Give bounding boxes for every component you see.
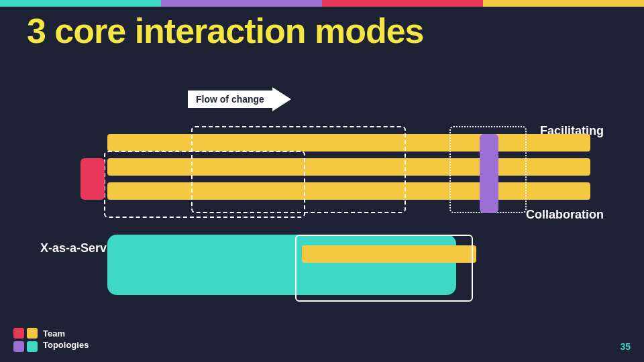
svg-rect-1 bbox=[27, 328, 38, 339]
top-color-bar bbox=[0, 0, 644, 7]
top-bar-teal bbox=[0, 0, 161, 7]
logo-icon bbox=[13, 328, 38, 352]
facilitating-purple-rect bbox=[480, 134, 498, 213]
flow-arrow-container: Flow of change bbox=[188, 87, 291, 111]
svg-rect-0 bbox=[13, 328, 24, 339]
flow-of-change-label: Flow of change bbox=[188, 90, 272, 108]
collaboration-white-box bbox=[295, 235, 473, 302]
slide-number: 35 bbox=[620, 341, 631, 352]
flow-arrow-icon bbox=[272, 87, 291, 111]
diagram-area: Flow of change Facilitating Collaboratio… bbox=[40, 87, 604, 322]
xaas-red-square bbox=[80, 158, 105, 200]
top-bar-red bbox=[322, 0, 483, 7]
top-bar-yellow bbox=[483, 0, 644, 7]
team-topologies-logo: Team Topologies bbox=[13, 328, 89, 352]
logo-text: Team Topologies bbox=[43, 328, 89, 351]
middle-dashed-box bbox=[191, 126, 406, 213]
svg-rect-2 bbox=[13, 341, 24, 352]
top-bar-purple bbox=[161, 0, 322, 7]
page-title: 3 core interaction modes bbox=[27, 12, 424, 50]
svg-rect-3 bbox=[27, 341, 38, 352]
collaboration-label: Collaboration bbox=[526, 208, 604, 222]
